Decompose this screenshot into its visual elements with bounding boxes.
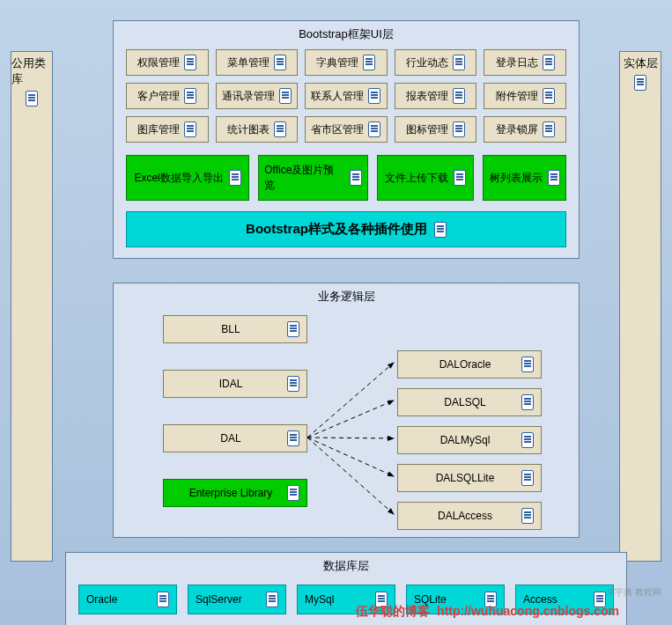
- dal-arrows: [307, 349, 400, 530]
- document-icon: [184, 121, 196, 137]
- svg-line-1: [307, 401, 394, 438]
- db-box: Oracle: [78, 585, 177, 614]
- document-icon: [184, 55, 196, 70]
- ui-layer-panel: Bootstrap框架UI层 权限管理 菜单管理 字典管理 行业动态 登录日志 …: [113, 20, 580, 259]
- dal-impl-box: DALAccess: [397, 502, 542, 530]
- document-icon: [454, 170, 466, 186]
- right-panel-label: 实体层: [624, 55, 658, 71]
- document-icon: [287, 321, 299, 337]
- document-icon: [453, 55, 465, 70]
- document-icon: [453, 88, 465, 104]
- feature-box: 通讯录管理: [216, 83, 299, 109]
- document-icon: [287, 430, 299, 446]
- dal-impl-box: DALSQLLite: [397, 464, 542, 492]
- document-icon: [279, 88, 292, 104]
- logic-layer-title: 业务逻辑层: [114, 283, 579, 308]
- document-icon: [521, 470, 534, 486]
- feature-box: 图库管理: [126, 116, 209, 143]
- feature-box: 客户管理: [126, 83, 209, 109]
- db-layer-title: 数据库层: [66, 553, 626, 577]
- dal-box: DAL: [163, 424, 307, 452]
- green-feature-box: 文件上传下载: [377, 155, 474, 201]
- db-box: SqlServer: [188, 585, 286, 614]
- enterprise-library-box: Enterprise Library: [163, 479, 307, 507]
- green-row: Excel数据导入导出 Office及图片预览 文件上传下载 树列表展示: [114, 146, 579, 206]
- feature-row-2: 客户管理 通讯录管理 联系人管理 报表管理 附件管理: [114, 79, 579, 113]
- feature-box: 统计图表: [216, 116, 299, 143]
- document-icon: [287, 376, 299, 392]
- ui-layer-title: Bootstrap框架UI层: [114, 21, 579, 46]
- feature-box: 省市区管理: [305, 116, 388, 143]
- left-side-panel: 公用类库: [11, 51, 53, 562]
- feature-box: 附件管理: [484, 83, 566, 109]
- feature-row-3: 图库管理 统计图表 省市区管理 图标管理 登录锁屏: [114, 113, 579, 146]
- green-feature-box: 树列表展示: [483, 155, 566, 201]
- feature-box: 字典管理: [305, 49, 388, 76]
- feature-box: 联系人管理: [305, 83, 388, 109]
- feature-box: 图标管理: [395, 116, 477, 143]
- dal-impl-box: DALSQL: [397, 388, 542, 416]
- feature-box: 报表管理: [395, 83, 477, 109]
- document-icon: [368, 88, 380, 104]
- left-panel-label: 公用类库: [11, 55, 52, 87]
- document-icon: [543, 88, 555, 104]
- document-icon: [274, 55, 286, 70]
- idal-box: IDAL: [163, 370, 307, 398]
- dal-impl-box: DALMySql: [397, 426, 542, 454]
- document-icon: [521, 432, 534, 448]
- feature-box: 菜单管理: [216, 49, 299, 76]
- green-feature-box: Excel数据导入导出: [126, 155, 249, 201]
- document-icon: [26, 91, 38, 107]
- svg-line-3: [307, 438, 394, 476]
- document-icon: [287, 485, 299, 501]
- right-side-panel: 实体层: [619, 51, 661, 562]
- document-icon: [543, 121, 555, 137]
- document-icon: [157, 592, 169, 607]
- dal-impl-box: DALOracle: [397, 350, 542, 379]
- svg-line-0: [307, 363, 394, 438]
- wide-cyan-box: Bootstrap样式及各种插件使用: [126, 211, 566, 247]
- document-icon: [521, 394, 534, 410]
- document-icon: [266, 592, 278, 607]
- document-icon: [229, 170, 241, 186]
- document-icon: [184, 88, 196, 104]
- logic-layer-panel: 业务逻辑层 BLL IDAL DAL Enterprise Library DA…: [113, 283, 580, 538]
- bll-box: BLL: [163, 315, 307, 343]
- green-feature-box: Office及图片预览: [258, 155, 368, 201]
- svg-line-4: [307, 438, 394, 514]
- document-icon: [634, 75, 646, 91]
- document-icon: [363, 55, 375, 70]
- document-icon: [548, 170, 560, 186]
- document-icon: [521, 357, 534, 372]
- document-icon: [521, 508, 534, 524]
- document-icon: [350, 170, 362, 186]
- feature-box: 登录锁屏: [484, 116, 566, 143]
- feature-box: 登录日志: [484, 49, 566, 76]
- svg-line-2: [307, 438, 394, 438]
- document-icon: [453, 121, 465, 137]
- document-icon: [274, 121, 286, 137]
- feature-box: 行业动态: [395, 49, 477, 76]
- watermark-blog: 伍华聪的博客 http://wuhuacong.cnblogs.com: [356, 604, 619, 620]
- document-icon: [543, 55, 555, 70]
- feature-box: 权限管理: [126, 49, 209, 76]
- watermark-corner: 李宇典 教程网: [606, 586, 661, 599]
- feature-row-1: 权限管理 菜单管理 字典管理 行业动态 登录日志: [114, 46, 579, 79]
- document-icon: [368, 121, 380, 137]
- document-icon: [434, 222, 447, 238]
